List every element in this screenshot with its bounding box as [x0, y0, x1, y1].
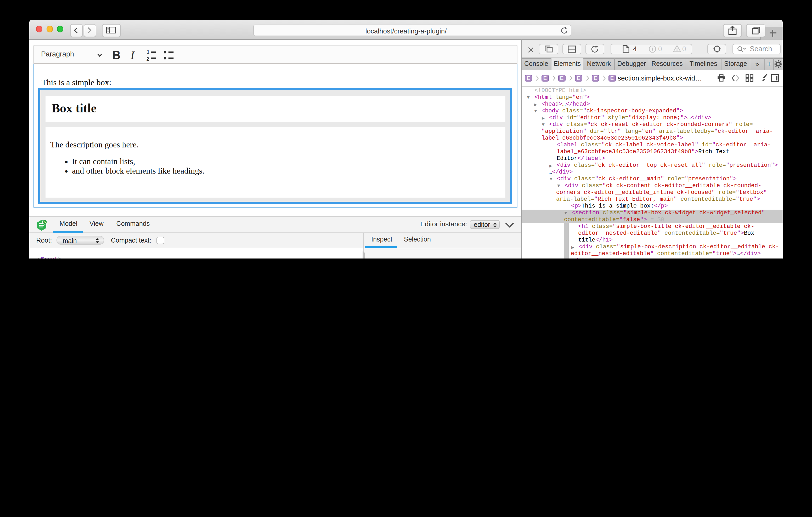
svg-text:5: 5 — [44, 220, 45, 224]
svg-text:2: 2 — [146, 56, 149, 60]
svg-text:1: 1 — [146, 50, 149, 54]
